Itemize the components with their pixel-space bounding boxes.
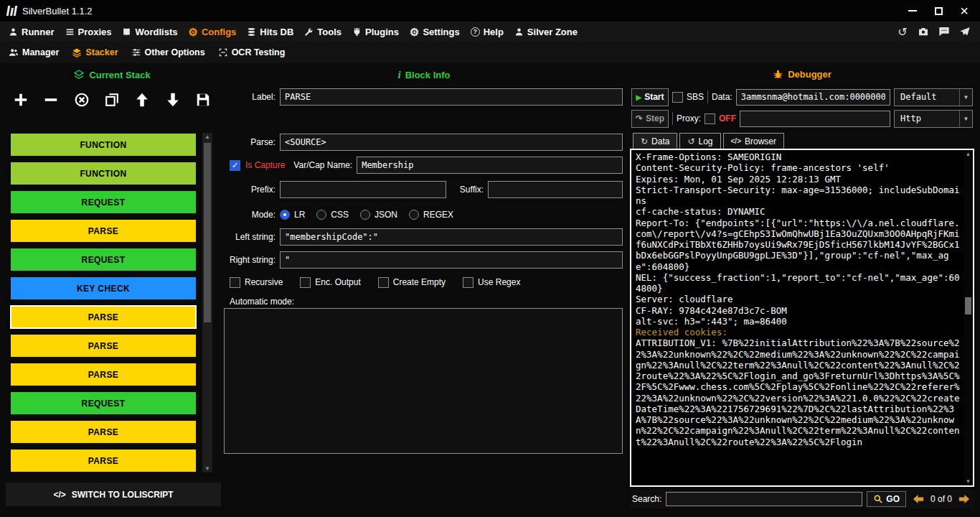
right-string-input[interactable]	[280, 251, 623, 269]
right-string-caption: Right string:	[230, 255, 275, 265]
proxy-checkbox[interactable]	[705, 113, 715, 124]
menu-plugins[interactable]: Plugins	[352, 27, 399, 37]
close-button[interactable]: ×	[951, 1, 977, 21]
stack-block-request[interactable]: REQUEST	[10, 248, 197, 271]
log-scrollbar-thumb[interactable]	[965, 297, 971, 315]
label-input[interactable]	[280, 88, 623, 106]
menu-help[interactable]: ? Help	[471, 27, 504, 37]
submenu-manager[interactable]: Manager	[9, 47, 59, 57]
parse-source-input[interactable]	[280, 134, 623, 151]
maximize-icon	[935, 7, 943, 15]
add-block-icon	[13, 92, 29, 108]
wordlist-type-select[interactable]: Default ▼	[894, 88, 973, 106]
submenu-other-options[interactable]: Other Options	[131, 47, 205, 57]
scroll-down-icon[interactable]: ▼	[963, 478, 973, 485]
arrow-left-icon	[910, 493, 926, 506]
left-string-input[interactable]	[280, 228, 623, 246]
remove-block-button[interactable]	[42, 90, 60, 109]
stack-scrollbar-thumb[interactable]	[204, 143, 211, 322]
varcap-name-input[interactable]	[357, 157, 623, 174]
stack-block-request[interactable]: REQUEST	[10, 190, 197, 214]
suffix-input[interactable]	[488, 181, 623, 198]
add-block-button[interactable]	[11, 90, 30, 109]
menu-silver-zone[interactable]: Silver Zone	[514, 27, 578, 37]
mode-radio-css[interactable]: CSS	[316, 210, 349, 220]
move-down-button[interactable]	[164, 90, 182, 109]
save-stack-icon	[195, 92, 211, 108]
submenu-ocr-testing[interactable]: OCR Testing	[218, 47, 286, 57]
next-match-button[interactable]	[956, 493, 972, 506]
main-area: Current Stack FUNCTION FUNCTION REQUEST …	[0, 63, 980, 517]
automatic-mode-textarea[interactable]	[224, 308, 623, 454]
manager-icon	[9, 47, 19, 57]
enc-output-checkbox[interactable]: Enc. Output	[300, 277, 360, 288]
match-count: 0 of 0	[930, 494, 952, 504]
menu-wordlists[interactable]: Wordlists	[122, 27, 177, 37]
configs-submenu: Manager Stacker Other Options OCR Testin…	[0, 42, 980, 63]
recursive-checkbox[interactable]: Recursive	[230, 277, 283, 288]
log-scrollbar[interactable]: ▲ ▼	[963, 150, 973, 485]
parse-caption: Parse:	[230, 137, 275, 147]
duplicate-block-button[interactable]	[103, 90, 121, 109]
scroll-down-icon[interactable]: ▼	[202, 465, 212, 472]
proxy-input[interactable]	[740, 111, 890, 127]
stack-block-function[interactable]: FUNCTION	[10, 133, 197, 157]
stack-panel-header: Current Stack	[4, 69, 220, 80]
maximize-button[interactable]	[925, 1, 951, 21]
stack-block-parse[interactable]: PARSE	[10, 363, 197, 386]
scroll-up-icon[interactable]: ▲	[202, 134, 212, 140]
play-icon: ▶	[636, 93, 641, 101]
menu-tools[interactable]: Tools	[304, 27, 341, 37]
stack-block-parse-selected[interactable]: PARSE	[10, 305, 197, 329]
tab-browser[interactable]: </>Browser	[723, 133, 784, 149]
screenshot-icon[interactable]	[917, 25, 930, 38]
stack-block-function[interactable]: FUNCTION	[10, 162, 197, 185]
menu-settings[interactable]: ⚙ Settings	[410, 27, 460, 37]
search-go-button[interactable]: GO	[867, 491, 906, 507]
menu-proxies[interactable]: Proxies	[65, 27, 112, 37]
step-button[interactable]: ↷ Step	[631, 110, 669, 128]
menu-hits-db[interactable]: Hits DB	[247, 27, 293, 37]
scroll-up-icon[interactable]: ▲	[963, 151, 973, 157]
telegram-icon[interactable]	[958, 25, 971, 38]
debug-data-input[interactable]	[736, 89, 890, 106]
capture-row: ✓ Is Capture Var/Cap Name:	[230, 156, 623, 174]
clear-stack-button[interactable]	[72, 90, 91, 109]
stack-scrollbar[interactable]: ▲ ▼	[202, 133, 212, 472]
arrow-right-icon	[956, 493, 972, 506]
prev-match-button[interactable]	[910, 493, 926, 506]
save-stack-button[interactable]	[194, 90, 212, 109]
menu-runner[interactable]: Runner	[9, 27, 55, 37]
stack-block-parse[interactable]: PARSE	[10, 219, 197, 243]
start-button[interactable]: ▶ Start	[631, 88, 669, 106]
prefix-input[interactable]	[280, 181, 446, 198]
chevron-down-icon: ▼	[959, 89, 972, 106]
create-empty-checkbox[interactable]: Create Empty	[378, 277, 446, 288]
menu-configs[interactable]: ⚙ Configs	[188, 27, 236, 37]
menubar-right-icons: ↺	[896, 25, 971, 38]
submenu-stacker[interactable]: Stacker	[72, 47, 118, 57]
debugger-header: Debugger	[628, 69, 976, 80]
stack-block-parse[interactable]: PARSE	[10, 420, 197, 444]
use-regex-checkbox[interactable]: Use Regex	[463, 277, 520, 288]
mode-radio-json[interactable]: JSON	[360, 210, 397, 220]
mode-radio-regex[interactable]: REGEX	[409, 210, 453, 220]
tab-log[interactable]: ↺Log	[679, 133, 720, 149]
switch-to-loliscript-button[interactable]: </> SWITCH TO LOLISCRIPT	[6, 483, 221, 506]
history-icon[interactable]: ↺	[896, 25, 909, 38]
is-capture-checkbox[interactable]: ✓	[230, 160, 240, 171]
proxy-type-select[interactable]: Http ▼	[894, 110, 973, 128]
tab-data[interactable]: ↻Data	[633, 133, 677, 149]
stack-block-request[interactable]: REQUEST	[10, 391, 197, 415]
stack-block-parse[interactable]: PARSE	[10, 449, 197, 472]
main-menubar: Runner Proxies Wordlists ⚙ Configs Hits …	[0, 22, 980, 42]
debug-log-output[interactable]: X-Frame-Options: SAMEORIGIN Content-Secu…	[630, 149, 974, 487]
mode-radio-lr[interactable]: LR	[280, 210, 305, 220]
stack-block-parse[interactable]: PARSE	[10, 334, 197, 358]
minimize-button[interactable]	[900, 1, 925, 21]
log-search-input[interactable]	[666, 492, 862, 506]
stack-block-keycheck[interactable]: KEY CHECK	[10, 276, 197, 300]
sbs-checkbox[interactable]	[672, 92, 683, 103]
move-up-button[interactable]	[133, 90, 151, 109]
chat-icon[interactable]	[938, 25, 951, 38]
